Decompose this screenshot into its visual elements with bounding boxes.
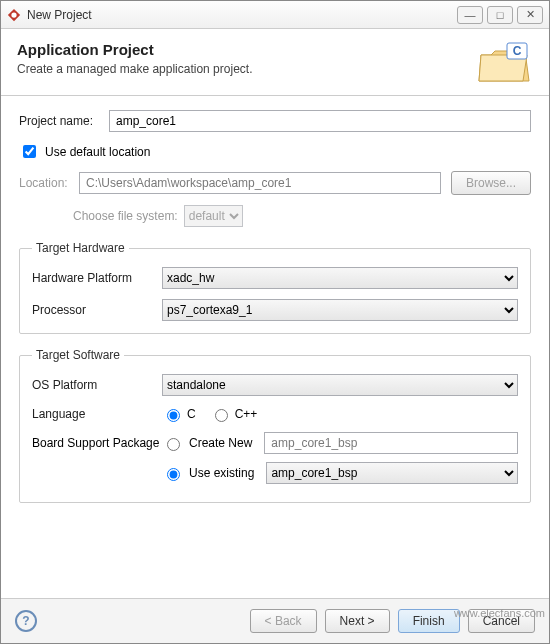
language-c-option[interactable]: C [162, 406, 196, 422]
maximize-button[interactable]: □ [487, 6, 513, 24]
processor-select[interactable]: ps7_cortexa9_1 [162, 299, 518, 321]
close-button[interactable]: ✕ [517, 6, 543, 24]
language-c-radio[interactable] [167, 409, 180, 422]
project-name-input[interactable] [109, 110, 531, 132]
choose-fs-label: Choose file system: [73, 209, 178, 223]
browse-button: Browse... [451, 171, 531, 195]
header-title: Application Project [17, 41, 477, 58]
dialog-body: Project name: Use default location Locat… [1, 96, 549, 598]
c-folder-icon: C [477, 41, 533, 85]
bsp-label: Board Support Package [32, 436, 162, 450]
dialog-footer: ? < Back Next > Finish Cancel [1, 598, 549, 643]
finish-button[interactable]: Finish [398, 609, 460, 633]
project-name-label: Project name: [19, 114, 109, 128]
minimize-button[interactable]: — [457, 6, 483, 24]
target-software-legend: Target Software [32, 348, 124, 362]
language-cpp-option[interactable]: C++ [210, 406, 258, 422]
language-label: Language [32, 407, 162, 421]
cancel-button[interactable]: Cancel [468, 609, 535, 633]
svg-text:C: C [513, 44, 522, 58]
use-default-location-checkbox[interactable] [23, 145, 36, 158]
titlebar: New Project — □ ✕ [1, 1, 549, 29]
hardware-platform-select[interactable]: xadc_hw [162, 267, 518, 289]
target-hardware-legend: Target Hardware [32, 241, 129, 255]
back-button: < Back [250, 609, 317, 633]
location-label: Location: [19, 176, 79, 190]
bsp-existing-radio[interactable] [167, 468, 180, 481]
os-platform-select[interactable]: standalone [162, 374, 518, 396]
language-cpp-radio[interactable] [215, 409, 228, 422]
use-default-location-label: Use default location [45, 145, 150, 159]
wizard-header: Application Project Create a managed mak… [1, 29, 549, 96]
target-software-group: Target Software OS Platform standalone L… [19, 348, 531, 503]
next-button[interactable]: Next > [325, 609, 390, 633]
filesystem-select: default [184, 205, 243, 227]
header-subtitle: Create a managed make application projec… [17, 62, 477, 76]
target-hardware-group: Target Hardware Hardware Platform xadc_h… [19, 241, 531, 334]
os-platform-label: OS Platform [32, 378, 162, 392]
app-icon [7, 8, 21, 22]
bsp-create-label: Create New [189, 436, 252, 450]
hardware-platform-label: Hardware Platform [32, 271, 162, 285]
dialog-window: New Project — □ ✕ Application Project Cr… [0, 0, 550, 644]
bsp-existing-label: Use existing [189, 466, 254, 480]
bsp-create-radio[interactable] [167, 438, 180, 451]
processor-label: Processor [32, 303, 162, 317]
svg-point-1 [11, 12, 16, 17]
bsp-existing-select[interactable]: amp_core1_bsp [266, 462, 518, 484]
window-buttons: — □ ✕ [457, 6, 543, 24]
bsp-create-input [264, 432, 518, 454]
help-icon[interactable]: ? [15, 610, 37, 632]
window-title: New Project [27, 8, 457, 22]
location-input [79, 172, 441, 194]
